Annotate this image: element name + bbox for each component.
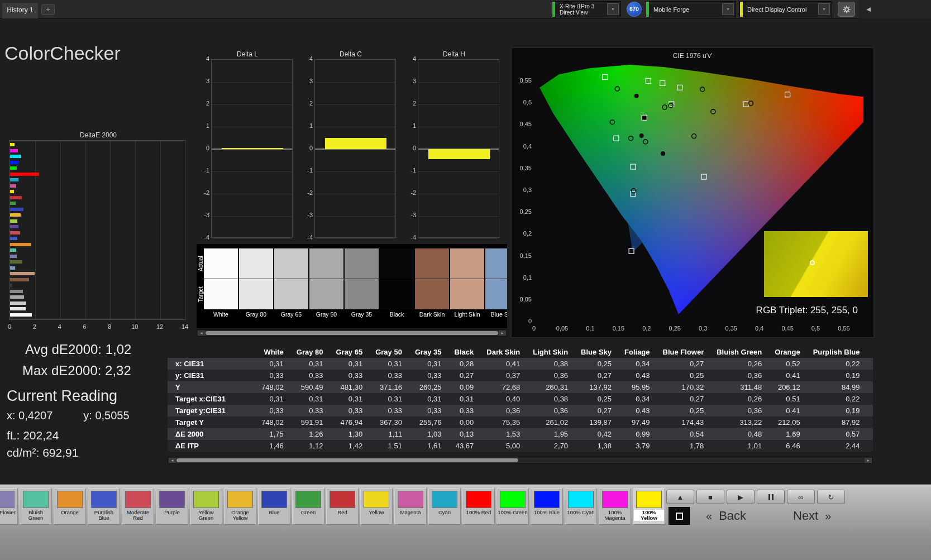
patch-label: 100% Yellow xyxy=(634,510,664,521)
patch-button-orange-yellow[interactable]: Orange Yellow xyxy=(224,488,256,525)
delta-gridline xyxy=(418,238,499,239)
table-header-cell: Gray 50 xyxy=(371,346,410,358)
play-button[interactable]: ▶ xyxy=(727,490,755,504)
table-header-cell: Gray 65 xyxy=(331,346,371,358)
add-tab-button[interactable]: + xyxy=(41,4,55,15)
table-cell: 0,31 xyxy=(331,358,371,370)
patch-label: Orange Yellow xyxy=(225,510,255,521)
cie-xtick-label: 0,3 xyxy=(694,325,712,332)
scrollbar-thumb[interactable] xyxy=(206,331,498,335)
table-header-cell: Orange xyxy=(770,346,809,358)
table-cell: 0,19 xyxy=(809,370,868,381)
table-cell: 0,31 xyxy=(410,393,450,405)
swatch-strip-scrollbar[interactable]: ◄ ► xyxy=(197,329,507,337)
deltae-bar xyxy=(10,149,18,152)
delta-tick-label: -3 xyxy=(201,212,209,218)
delta-tick-label: 4 xyxy=(201,55,209,62)
table-cell: 371,16 xyxy=(371,381,410,393)
swatch-label: Dark Skin xyxy=(413,311,451,318)
patch-label: 100% Cyan xyxy=(566,510,596,515)
meter-name: X-Rite i1Pro 3 xyxy=(560,3,604,9)
panel-collapse-button[interactable]: ◀ xyxy=(858,0,931,18)
table-cell: 0,41 xyxy=(482,358,528,370)
delta-tick-label: 0 xyxy=(304,145,313,151)
patch-button-100-cyan[interactable]: 100% Cyan xyxy=(565,488,597,525)
display-control-dropdown[interactable]: Direct Display Control ▼ xyxy=(739,1,832,17)
scroll-left-icon[interactable]: ◄ xyxy=(198,331,205,336)
back-button[interactable]: « Back xyxy=(699,506,790,526)
chevron-down-icon[interactable]: ▼ xyxy=(818,3,830,15)
patch-swatch xyxy=(398,491,423,508)
table-cell: 0,00 xyxy=(450,417,483,428)
delta-tick-label: 4 xyxy=(408,55,416,62)
pause-button[interactable] xyxy=(757,490,785,504)
patch-button-moderate-red[interactable]: Moderate Red xyxy=(122,488,154,525)
stop-button[interactable]: ■ xyxy=(696,490,724,504)
delta-gridline xyxy=(315,194,395,194)
table-cell: 0,33 xyxy=(410,370,450,381)
delta-l-chart: Delta L 43210-1-2-3-4 xyxy=(201,50,294,247)
scroll-right-icon[interactable]: ► xyxy=(865,458,872,463)
patch-button-yellow-green[interactable]: Yellow Green xyxy=(190,488,222,525)
patch-button-purple[interactable]: Purple xyxy=(156,488,188,525)
table-cell: 0,36 xyxy=(528,405,576,417)
patch-button-blue-flower[interactable]: Blue Flower xyxy=(0,488,18,525)
cie-ytick-label: 0,25 xyxy=(513,208,532,215)
patch-button-100-magenta[interactable]: 100% Magenta xyxy=(599,488,631,525)
patch-label: Yellow xyxy=(361,510,392,515)
table-cell: 0,36 xyxy=(712,370,770,381)
eject-button[interactable]: ▲ xyxy=(666,490,694,504)
deltae-bar xyxy=(10,196,22,199)
loop-button[interactable]: ∞ xyxy=(787,490,815,504)
patch-button-red[interactable]: Red xyxy=(326,488,359,525)
deltae-bar xyxy=(10,243,31,246)
swatch-target xyxy=(450,279,484,309)
patch-button-100-red[interactable]: 100% Red xyxy=(462,488,495,525)
scrollbar-thumb[interactable] xyxy=(176,458,518,462)
top-bar: History 1 + X-Rite i1Pro 3 Direct View ▼… xyxy=(0,0,931,18)
patch-button-bluish-green[interactable]: Bluish Green xyxy=(20,488,52,525)
patch-button-100-yellow[interactable]: 100% Yellow xyxy=(633,488,665,525)
refresh-button[interactable]: ↻ xyxy=(817,490,845,504)
next-button[interactable]: Next » xyxy=(793,506,884,526)
table-cell: 0,46 xyxy=(868,393,873,405)
table-cell: 0,33 xyxy=(410,405,450,417)
delta-gridline xyxy=(418,82,499,83)
settings-button[interactable] xyxy=(838,2,855,17)
patch-button-green[interactable]: Green xyxy=(292,488,324,525)
table-cell: 0,31 xyxy=(450,393,483,405)
patch-button-magenta[interactable]: Magenta xyxy=(394,488,427,525)
table-cell: 0,27 xyxy=(658,393,713,405)
meter-dropdown[interactable]: X-Rite i1Pro 3 Direct View ▼ xyxy=(552,1,621,17)
patch-button-100-blue[interactable]: 100% Blue xyxy=(531,488,563,525)
swatch-label: Blue Sky xyxy=(483,311,507,318)
chevron-down-icon[interactable]: ▼ xyxy=(607,3,619,15)
delta-gridline xyxy=(315,60,395,60)
patch-button-orange[interactable]: Orange xyxy=(54,488,86,525)
scroll-right-icon[interactable]: ► xyxy=(499,331,506,336)
table-cell: 0,99 xyxy=(620,428,658,440)
table-scrollbar[interactable]: ◄ ► xyxy=(168,457,873,464)
patch-button-100-green[interactable]: 100% Green xyxy=(496,488,529,525)
patch-button-blue[interactable]: Blue xyxy=(258,488,290,525)
patch-button-yellow[interactable]: Yellow xyxy=(360,488,393,525)
table-row: ΔE ITP1,461,121,421,511,6143,675,002,701… xyxy=(168,440,873,452)
history-tab[interactable]: History 1 xyxy=(2,3,38,18)
meter-count-badge[interactable]: 670 xyxy=(627,2,642,17)
cie-ytick-label: 0,15 xyxy=(513,252,532,259)
patch-label: 100% Green xyxy=(498,510,528,515)
chevron-down-icon[interactable]: ▼ xyxy=(722,3,734,15)
scroll-left-icon[interactable]: ◄ xyxy=(169,458,176,463)
patch-button-cyan[interactable]: Cyan xyxy=(428,488,461,525)
delta-tick-label: 2 xyxy=(408,100,416,107)
table-cell: 0,31 xyxy=(331,393,371,405)
pattern-window-button[interactable] xyxy=(669,507,690,525)
table-row: y: CIE310,330,330,330,330,330,270,370,36… xyxy=(168,370,873,381)
patch-button-purplish-blue[interactable]: Purplish Blue xyxy=(88,488,120,525)
gear-icon xyxy=(842,5,851,14)
swatch-target xyxy=(485,279,507,309)
table-cell: 0,41 xyxy=(770,370,809,381)
table-cell: 139,70 xyxy=(868,417,873,428)
delta-tick-label: 3 xyxy=(408,78,416,84)
source-dropdown[interactable]: Mobile Forge ▼ xyxy=(646,1,736,17)
